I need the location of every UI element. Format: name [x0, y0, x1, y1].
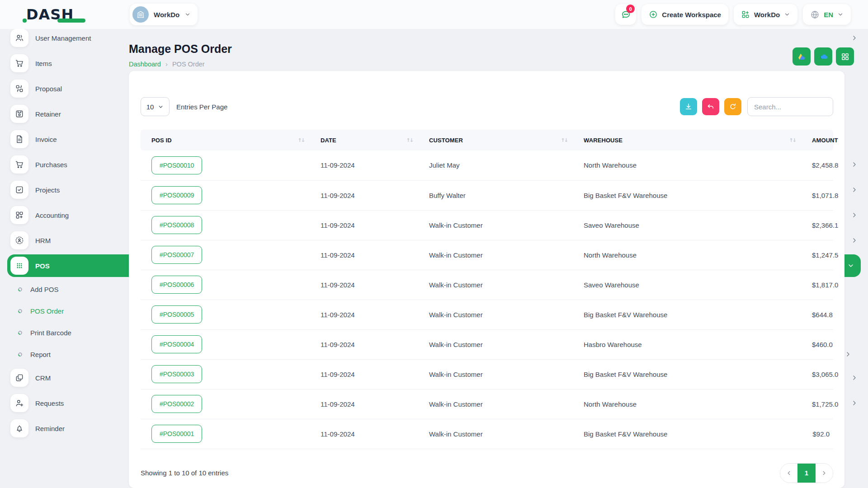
cell-warehouse: North Warehouse	[573, 150, 801, 180]
table-footer: Showing 1 to 10 of 10 entries 1	[141, 463, 833, 483]
cell-customer: Juliet May	[418, 150, 573, 180]
sort-icon[interactable]: ↑↓	[298, 137, 304, 143]
table-header-row: POS ID↑↓DATE↑↓CUSTOMER↑↓WAREHOUSE↑↓AMOUN…	[141, 130, 833, 150]
refresh-icon	[729, 103, 737, 111]
pos-id-button[interactable]: #POS00009	[151, 186, 202, 204]
pos-grid-icon	[10, 257, 28, 275]
sort-icon[interactable]: ↑↓	[789, 137, 796, 143]
google-drive-button[interactable]	[793, 47, 811, 66]
column-header-amount: AMOUNT	[801, 130, 833, 150]
cell-amount: $3,065.0	[801, 359, 833, 389]
cell-warehouse: North Warehouse	[573, 240, 801, 270]
create-workspace-label: Create Workspace	[662, 11, 721, 19]
breadcrumb-dashboard-link[interactable]: Dashboard	[129, 61, 161, 68]
table-row: #POS0001011-09-2024Juliet MayNorth Wareh…	[141, 150, 833, 180]
workspace-avatar-building-icon	[132, 6, 149, 23]
table-action-buttons	[680, 98, 741, 115]
pos-id-button[interactable]: #POS00002	[151, 395, 202, 413]
onedrive-button[interactable]	[814, 47, 832, 66]
main-content: Manage POS Order Dashboard › POS Order 1…	[118, 29, 868, 488]
column-header-customer[interactable]: CUSTOMER↑↓	[418, 130, 573, 150]
table-row: #POS0000111-09-2024Walk-in CustomerBig B…	[141, 419, 833, 449]
table-row: #POS0000411-09-2024Walk-in CustomerHasbr…	[141, 329, 833, 359]
column-header-warehouse[interactable]: WAREHOUSE↑↓	[573, 130, 801, 150]
table-row: #POS0000711-09-2024Walk-in CustomerNorth…	[141, 240, 833, 270]
breadcrumb-current: POS Order	[172, 61, 205, 68]
cell-customer: Walk-in Customer	[418, 270, 573, 300]
cell-date: 11-09-2024	[310, 150, 418, 180]
breadcrumb: Dashboard › POS Order	[129, 60, 854, 68]
cell-date: 11-09-2024	[310, 419, 418, 449]
table-row: #POS0000511-09-2024Walk-in CustomerBig B…	[141, 300, 833, 329]
pos-id-button[interactable]: #POS00008	[151, 216, 202, 234]
bullet-icon	[17, 308, 23, 314]
cell-amount: $92.0	[801, 419, 833, 449]
crm-icon	[10, 369, 28, 387]
chevron-down-icon	[837, 11, 844, 18]
current-page-button[interactable]: 1	[797, 464, 816, 483]
cell-amount: $460.0	[801, 329, 833, 359]
undo-button[interactable]	[702, 98, 719, 115]
pos-id-button[interactable]: #POS00004	[151, 335, 202, 353]
cell-warehouse: Big Basket F&V Warehouse	[573, 359, 801, 389]
apps-grid-button[interactable]	[836, 47, 854, 66]
cell-amount: $1,725.0	[801, 389, 833, 419]
accounting-icon	[10, 206, 28, 224]
plus-circle-icon	[649, 10, 658, 19]
cell-warehouse: Saveo Warehouse	[573, 270, 801, 300]
table-row: #POS0000211-09-2024Walk-in CustomerNorth…	[141, 389, 833, 419]
pos-order-table: POS ID↑↓DATE↑↓CUSTOMER↑↓WAREHOUSE↑↓AMOUN…	[141, 130, 833, 449]
showing-entries-text: Showing 1 to 10 of 10 entries	[141, 469, 228, 477]
create-workspace-button[interactable]: Create Workspace	[642, 4, 728, 25]
retainer-icon	[10, 105, 28, 123]
breadcrumb-separator-icon: ›	[165, 60, 168, 68]
notification-badge: 0	[626, 5, 635, 13]
entries-per-page-select[interactable]: 10	[141, 97, 170, 116]
refresh-button[interactable]	[724, 98, 741, 115]
bell-icon	[10, 419, 28, 437]
cell-amount: $1,247.5	[801, 240, 833, 270]
pos-id-button[interactable]: #POS00007	[151, 246, 202, 264]
cell-customer: Walk-in Customer	[418, 359, 573, 389]
language-selector[interactable]: EN	[803, 4, 851, 25]
pos-id-button[interactable]: #POS00005	[151, 305, 202, 324]
sort-icon[interactable]: ↑↓	[561, 137, 567, 143]
chevron-left-icon	[786, 470, 792, 476]
table-row: #POS0000811-09-2024Walk-in CustomerSaveo…	[141, 210, 833, 240]
language-label: EN	[824, 11, 833, 19]
bullet-icon	[17, 330, 23, 336]
table-row: #POS0000311-09-2024Walk-in CustomerBig B…	[141, 359, 833, 389]
app-menu-button[interactable]: WorkDo	[734, 4, 797, 25]
sort-icon[interactable]: ↑↓	[406, 137, 413, 143]
search-input[interactable]	[747, 97, 833, 116]
topbar: DASH WorkDo 0 Create Workspace WorkDo	[0, 0, 868, 29]
pos-id-button[interactable]: #POS00001	[151, 425, 202, 443]
logo-dot	[23, 19, 27, 23]
cell-date: 11-09-2024	[310, 240, 418, 270]
cell-customer: Buffy Walter	[418, 180, 573, 210]
app-grid-icon	[741, 10, 750, 19]
user-plus-icon	[10, 394, 28, 412]
cart-icon	[10, 155, 28, 174]
apps-grid-icon	[840, 52, 850, 61]
column-header-date[interactable]: DATE↑↓	[310, 130, 418, 150]
bullet-icon	[17, 286, 23, 292]
chevron-down-icon	[784, 11, 790, 18]
pos-id-button[interactable]: #POS00006	[151, 276, 202, 294]
cell-warehouse: Hasbro Warehouse	[573, 329, 801, 359]
next-page-button[interactable]	[816, 464, 833, 483]
cell-customer: Walk-in Customer	[418, 240, 573, 270]
entries-per-page-label: Entries Per Page	[176, 103, 227, 111]
pos-id-button[interactable]: #POS00010	[151, 156, 202, 174]
download-button[interactable]	[680, 98, 697, 115]
globe-icon	[810, 10, 820, 19]
cell-date: 11-09-2024	[310, 389, 418, 419]
column-header-pos-id[interactable]: POS ID↑↓	[141, 130, 310, 150]
messages-button[interactable]: 0	[615, 4, 636, 25]
pos-id-button[interactable]: #POS00003	[151, 365, 202, 383]
google-drive-icon	[797, 52, 807, 61]
workspace-selector[interactable]: WorkDo	[130, 4, 198, 25]
pagination: 1	[780, 463, 833, 483]
previous-page-button[interactable]	[780, 464, 797, 483]
chevron-right-icon	[821, 470, 827, 476]
